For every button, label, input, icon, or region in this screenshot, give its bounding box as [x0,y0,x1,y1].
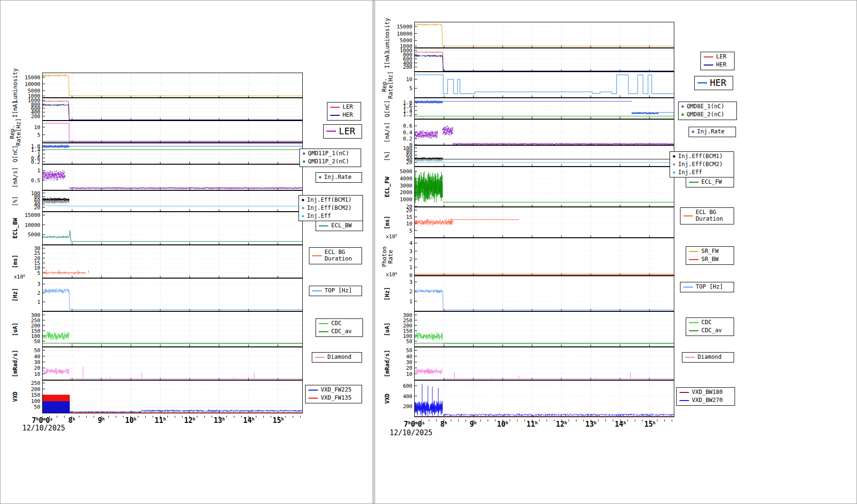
line-marker-icon [689,322,699,323]
ytick-label: 20 [393,365,412,371]
dot-marker-icon [692,131,694,133]
ytick-label: 5000 [393,168,412,174]
chart-l-rep [42,121,303,143]
chart-r-dia [414,347,674,380]
legend-entry: ECL BGDuration [312,249,359,262]
legend-label: CDC [701,319,712,326]
legend-label: CDC_av [701,327,722,334]
chart-canvas-r-rep [415,72,674,97]
x-tick-label: 10h [125,417,137,424]
legend-label: HER [710,78,726,88]
x-tick-label: 14h [615,420,626,428]
x-axis-ticks [414,420,674,424]
ytick-label: 20 [393,207,412,213]
ytick-label: 5 [393,86,412,91]
ytick-label: 10 [393,371,412,376]
x-tick-label: 9h [98,417,105,424]
chart-r-rep [414,72,674,98]
ytick-label: 20 [21,205,40,210]
chart-canvas-l-dia [43,347,302,380]
legend-right-10: Diamond [682,352,734,363]
chart-canvas-l-cur [43,98,302,120]
line-marker-icon [683,287,693,288]
x-tick-label: 11h [155,417,166,424]
legend-label: Inj.Eff [678,169,702,176]
ytick-label: 1 [393,265,412,270]
ytick-label: 10 [393,221,412,226]
y-axis-title-text: Rep.Rate[Hz] [9,118,22,146]
chart-l-ms [42,245,303,278]
chart-r-vxd [414,380,674,417]
x-tick-label: 7h0m0s [404,420,425,428]
ytick-label: 30 [393,359,412,364]
ytick-label: 1 [21,299,40,305]
legend-left-10: VXD_FW225VXD_FW135 [305,385,362,403]
y-axis-title-text: VXD [384,393,391,404]
chart-l-eclbw [42,212,303,245]
legend-label: LER [339,126,355,137]
ytick-label: 10000 [21,81,40,86]
dot-marker-icon [673,163,675,166]
x-tick-label: 7h0m0s [32,417,53,424]
chart-r-cur [414,48,674,72]
legend-entry: ECL BGDuration [683,209,731,223]
chart-canvas-r-ms [415,207,674,237]
chart-canvas-r-photon [415,238,674,275]
legend-label: HER [343,112,353,119]
ytick-label: 0.5 [21,177,40,183]
legend-left-3: Inj.Rate [316,172,362,183]
y-axis-title-text: [mRad/s] [12,350,19,377]
ytick-label: 0.2 [21,159,40,164]
dot-marker-icon [303,160,305,163]
ytick-label: 15000 [21,213,40,218]
chart-r-eff [414,145,674,167]
chart-canvas-l-inj [43,165,302,190]
legend-label: Diamond [327,354,352,361]
chart-l-vxd [42,380,303,413]
y-axis-title-text: [ms] [384,215,391,229]
ytick-label: 40 [21,354,40,359]
chart-r-photon [414,238,674,276]
chart-canvas-l-eff [43,191,302,211]
legend-left-8: CDCCDC_av [316,318,363,337]
legend-left-0: LERHER [327,102,361,121]
chart-r-inj [414,119,674,145]
legend-entry: Inj.Rate [692,129,733,135]
legend-entry: CDC [319,320,360,327]
line-marker-icon [689,330,699,331]
ytick-label: 200 [21,113,40,119]
chart-r-lum [414,22,674,48]
legend-label: QMD8E_1(nC) [687,103,724,110]
ytick-label: 10 [21,124,40,130]
legend-entry: ECL_FW [689,179,731,186]
legend-entry: LER [704,54,731,60]
ytick-label: 5000 [393,38,412,43]
chart-l-cur [42,98,303,121]
legend-label: LER [343,104,353,111]
legend-entry: VXD_BW270 [680,397,732,404]
legend-entry: Inj.Eff(BCM1) [302,197,360,204]
dot-marker-icon [319,176,321,178]
legend-entry: Inj.Rate [319,174,359,181]
ytick-label: 10 [21,371,40,376]
legend-label: ECL_FW [701,179,722,186]
ytick-label: 200 [21,386,40,392]
legend-right-2: QMD8E_1(nC)QMD8E_2(nC) [678,102,737,120]
chart-canvas-r-eff [415,146,674,166]
ytick-label: 3000 [393,183,412,188]
legend-label: SR_FW [701,248,718,255]
line-marker-icon [683,215,693,216]
line-marker-icon [698,82,707,84]
panel-left: 12/10/2025 150001000050001000Luminosity1… [0,0,373,504]
ytick-label: 250 [21,381,40,386]
dot-marker-icon [681,113,684,116]
ytick-label: 10000 [21,222,40,227]
legend-entry: VXD_FW135 [308,395,359,401]
ytick-label: 50 [21,338,40,344]
ytick-label: 15 [393,215,412,220]
legend-left-2: QMD11P_1(nC)QMD11P_2(nC) [299,149,361,167]
legend-entry: Diamond [685,354,731,361]
legend-left-1: LER [323,124,362,139]
line-marker-icon [689,251,699,252]
legend-right-3: Inj.Rate [689,127,736,137]
